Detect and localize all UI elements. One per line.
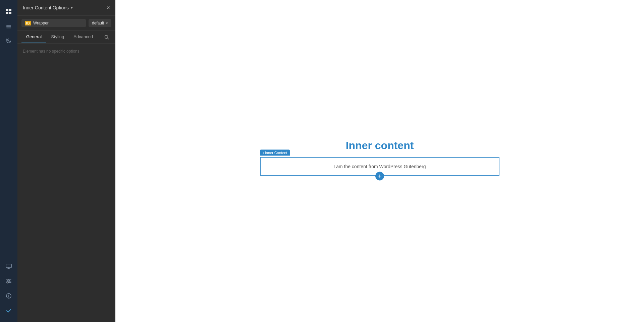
element-badge-id: ID [25, 21, 31, 25]
svg-rect-5 [6, 26, 11, 27]
svg-point-10 [7, 282, 8, 283]
panel-content: Element has no specific options [17, 44, 115, 322]
panel-tabs: General Styling Advanced [17, 31, 115, 44]
canvas-white: Inner content ‹ Inner Content I am the c… [115, 0, 644, 322]
panel-title-text: Inner Content Options [23, 5, 69, 10]
inner-content-label-tag[interactable]: ‹ Inner Content [260, 149, 290, 155]
no-options-message: Element has no specific options [23, 49, 110, 54]
grid-nav-icon[interactable] [3, 5, 15, 17]
svg-rect-3 [9, 12, 11, 14]
sliders-nav-icon[interactable] [3, 275, 15, 287]
inner-content-section: Inner content ‹ Inner Content I am the c… [260, 139, 499, 176]
svg-rect-2 [6, 12, 8, 14]
add-content-button[interactable]: + [375, 172, 384, 180]
info-nav-icon[interactable] [3, 290, 15, 302]
add-icon: + [378, 173, 382, 179]
panel-close-button[interactable]: × [106, 5, 110, 11]
panel-title-button[interactable]: Inner Content Options ▾ [23, 5, 73, 10]
svg-rect-0 [6, 9, 8, 11]
inner-content-widget: ‹ Inner Content I am the content from Wo… [260, 157, 499, 176]
panel-title-chevron-icon: ▾ [71, 5, 73, 10]
left-nav-bottom [3, 260, 15, 317]
tab-search-button[interactable] [102, 33, 111, 42]
element-selector-row: ID Wrapper default ▾ [17, 16, 115, 31]
svg-point-9 [9, 280, 10, 282]
element-badge: ID Wrapper [21, 19, 86, 27]
element-dropdown[interactable]: default ▾ [89, 19, 111, 27]
tab-general[interactable]: General [21, 31, 46, 43]
monitor-nav-icon[interactable] [3, 260, 15, 272]
tab-styling[interactable]: Styling [46, 31, 69, 43]
inner-content-text: I am the content from WordPress Gutenber… [333, 164, 426, 169]
inner-content-label-text: ‹ Inner Content [263, 150, 287, 154]
layers-nav-icon[interactable] [3, 20, 15, 32]
canvas-area: Inner content ‹ Inner Content I am the c… [115, 0, 644, 322]
dropdown-chevron-icon: ▾ [106, 21, 108, 25]
svg-rect-7 [6, 264, 11, 268]
svg-point-8 [7, 279, 8, 280]
svg-rect-6 [6, 27, 11, 28]
panel-header: Inner Content Options ▾ × [17, 0, 115, 16]
inner-content-title: Inner content [346, 139, 414, 151]
element-dropdown-value: default [92, 21, 104, 25]
svg-rect-4 [6, 25, 11, 26]
tab-advanced[interactable]: Advanced [69, 31, 98, 43]
side-panel: Inner Content Options ▾ × ID Wrapper def… [17, 0, 115, 322]
check-nav-icon[interactable] [3, 305, 15, 317]
element-badge-label: Wrapper [33, 21, 49, 25]
left-nav [0, 0, 17, 322]
svg-rect-1 [9, 9, 11, 11]
history-nav-icon[interactable] [3, 35, 15, 47]
